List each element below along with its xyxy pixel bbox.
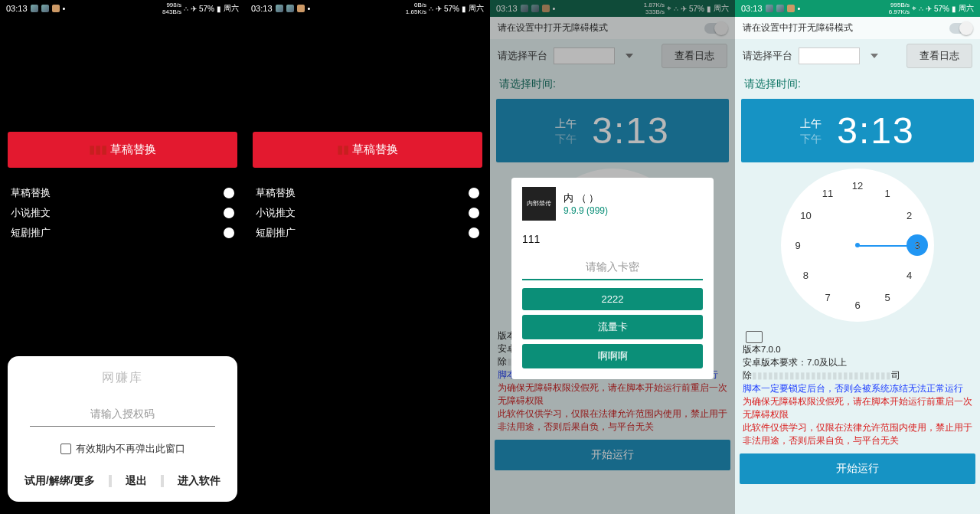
card-version: 9.9.9 (999)	[564, 205, 608, 216]
clock-face[interactable]: 3 123456789101112	[781, 169, 934, 322]
radio-dot[interactable]	[469, 188, 479, 198]
platform-label: 请选择平台	[743, 49, 792, 63]
draft-replace-button[interactable]: ▮▮ 草稿替换	[253, 132, 482, 168]
accessibility-toggle[interactable]	[949, 23, 972, 34]
location-icon: ⌖	[912, 4, 916, 13]
radio-dot[interactable]	[224, 208, 234, 218]
list-item[interactable]: 草稿替换	[0, 183, 245, 203]
version-text: 版本7.0.0	[743, 343, 972, 356]
wifi-icon: ⸫	[184, 4, 188, 13]
checkbox-icon[interactable]	[60, 444, 71, 454]
card-activation-popup: 内部禁传 内 （ ）9.9.9 (999) 111 请输入卡密 2222 流量卡…	[511, 178, 714, 379]
card-key-input[interactable]: 请输入卡密	[522, 256, 703, 280]
log-button[interactable]: 查看日志	[906, 44, 972, 68]
enter-app-button[interactable]: 进入软件	[176, 470, 222, 493]
accessibility-toggle[interactable]	[704, 23, 727, 34]
card-body-text: 111	[522, 233, 703, 245]
clock-number[interactable]: 4	[900, 270, 919, 281]
info-red2: 此软件仅供学习，仅限在法律允许范围内使用，禁止用于非法用途，否则后果自负，与平台…	[743, 421, 972, 447]
radio-dot[interactable]	[469, 228, 479, 238]
radio-dot[interactable]	[224, 188, 234, 198]
card-title: 内 （ ）	[564, 192, 608, 205]
time-display: 上午下午 3:13	[741, 99, 974, 162]
clock-number[interactable]: 1	[878, 188, 897, 199]
clock-number[interactable]: 3	[908, 240, 926, 251]
log-button[interactable]: 查看日志	[662, 44, 727, 68]
trial-more-button[interactable]: 试用/解绑/更多	[23, 470, 96, 493]
auth-remember-checkbox[interactable]: 有效期内不再弹出此窗口	[60, 442, 185, 456]
status-bar: 03:13• 998/s843B/s⸫✈57%▮周六	[0, 0, 245, 17]
airplane-icon: ✈	[191, 5, 197, 13]
list-item[interactable]: 小说推文	[0, 203, 245, 223]
start-button[interactable]: 开始运行	[495, 440, 730, 470]
radio-dot[interactable]	[469, 208, 479, 218]
clock-number[interactable]: 9	[789, 240, 807, 251]
status-bar: 03:13• 0B/s1.65K/s⸫✈57%▮周六	[245, 0, 490, 17]
android-req-text: 安卓版本要求：7.0及以上	[743, 356, 972, 369]
list-item[interactable]: 短剧推广	[0, 223, 245, 243]
location-icon: ⌖	[667, 4, 671, 13]
clock-number[interactable]: 5	[878, 291, 897, 303]
clock-number[interactable]: 6	[848, 300, 867, 311]
platform-dropdown[interactable]	[554, 47, 615, 64]
clock-number[interactable]: 12	[848, 180, 867, 192]
info-blue: 脚本一定要锁定后台，否则会被系统冻结无法正常运行	[743, 382, 972, 395]
time-title: 请选择时间:	[735, 73, 980, 96]
card-btn-1[interactable]: 2222	[522, 288, 703, 310]
list-item[interactable]: 短剧推广	[245, 223, 490, 243]
start-button[interactable]: 开始运行	[740, 453, 975, 484]
clock-number[interactable]: 7	[818, 291, 837, 303]
battery-icon: ▮	[217, 5, 221, 13]
info-red2: 此软件仅供学习，仅限在法律允许范围内使用，禁止用于非法用途，否则后果自负，与平台…	[498, 408, 727, 434]
card-btn-3[interactable]: 啊啊啊	[522, 344, 703, 368]
clock-number[interactable]: 2	[900, 210, 919, 221]
info-red1: 为确保无障碍权限没假死，请在脚本开始运行前重启一次无障碍权限	[498, 381, 727, 408]
draft-replace-button[interactable]: ▮▮▮ 草稿替换	[8, 132, 237, 168]
clock-number[interactable]: 8	[796, 270, 815, 281]
status-bar: 03:13• 995B/s6.97K/s⌖⸫✈57%▮周六	[735, 0, 980, 17]
list-item[interactable]: 草稿替换	[245, 183, 490, 203]
status-bar: 03:13• 1.87K/s333B/s⌖⸫✈57%▮周六	[490, 0, 735, 17]
radio-dot[interactable]	[224, 228, 234, 238]
auth-popup: 网赚库 请输入授权码 有效期内不再弹出此窗口 试用/解绑/更多 退出 进入软件	[8, 356, 237, 502]
card-btn-2[interactable]: 流量卡	[522, 315, 703, 339]
accessibility-row: 请在设置中打开无障碍模式	[735, 17, 980, 39]
platform-dropdown[interactable]	[799, 47, 860, 64]
platform-label: 请选择平台	[498, 49, 547, 63]
auth-code-input[interactable]: 请输入授权码	[30, 403, 216, 427]
card-avatar: 内部禁传	[522, 187, 556, 221]
time-display: 上午下午 3:13	[496, 99, 729, 162]
clock-number[interactable]: 10	[796, 210, 815, 221]
clock-number[interactable]: 11	[818, 188, 837, 199]
chevron-down-icon[interactable]	[626, 54, 633, 58]
exit-button[interactable]: 退出	[124, 470, 149, 493]
list-item[interactable]: 小说推文	[245, 203, 490, 223]
accessibility-row: 请在设置中打开无障碍模式	[490, 17, 735, 39]
time-title: 请选择时间:	[490, 73, 735, 96]
keyboard-icon[interactable]	[746, 331, 763, 343]
info-red1: 为确保无障碍权限没假死，请在脚本开始运行前重启一次无障碍权限	[743, 395, 972, 421]
chevron-down-icon[interactable]	[871, 54, 878, 58]
auth-title: 网赚库	[102, 370, 143, 386]
